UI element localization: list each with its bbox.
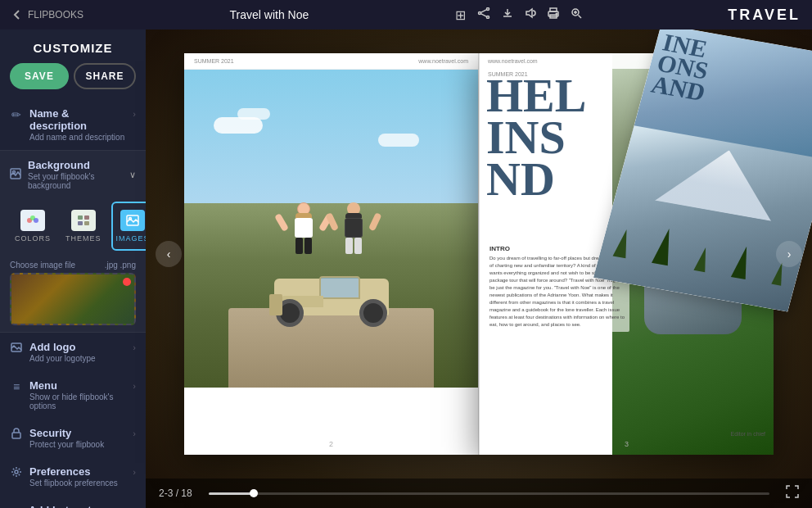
back-icon [11,9,23,20]
headline-line-3: ND [486,158,587,200]
name-item-desc: Add name and description [29,133,126,142]
book-spread: SUMMER 2021 www.noetravel.com [184,53,774,455]
sidebar-item-security[interactable]: Security Protect your flipbook › [0,419,146,457]
next-page-button[interactable]: › [776,241,802,267]
background-icon [10,168,21,182]
print-icon[interactable] [548,7,559,22]
logo-item-desc: Add your logotype [29,354,126,363]
content-area: ‹ SUMMER 2021 www.noetravel.com [146,29,812,508]
svg-rect-21 [84,221,89,225]
left-page-number: 2 [184,440,478,448]
zoom-icon[interactable] [571,7,582,22]
cloud-3 [378,134,419,147]
tab-colors[interactable]: COLORS [10,202,56,251]
header-title: Travel with Noe [230,8,309,21]
bottom-bar: 2-3 / 18 [146,479,812,508]
colors-tab-icon [20,210,45,231]
svg-line-4 [480,14,486,17]
flipbook-viewer: ‹ SUMMER 2021 www.noetravel.com [146,29,812,479]
gear-icon [10,466,23,480]
right-header-left: www.noetravel.com [488,58,538,64]
grid-icon[interactable]: ⊞ [455,7,466,23]
left-header-left: SUMMER 2021 [194,58,234,64]
fullscreen-button[interactable] [786,485,799,501]
svg-line-10 [578,16,581,19]
images-tab-icon [120,210,145,231]
bg-file-ext: .jpg .png [105,261,136,270]
svg-point-17 [34,218,38,223]
bg-item-desc: Set your flipbook's background [28,172,123,190]
person-1 [287,202,320,254]
download-icon[interactable] [502,7,513,22]
svg-rect-20 [78,221,83,225]
colors-tab-label: COLORS [15,234,51,243]
security-item-label: Security [29,427,126,439]
progress-dot [250,489,258,497]
person-2 [337,202,370,254]
brand-logo: TRAVEL [728,7,801,24]
prefs-item-label: Preferences [29,465,126,478]
svg-rect-18 [78,215,83,220]
svg-rect-19 [84,215,89,220]
sidebar-item-preferences[interactable]: Preferences Set flipbook preferences › [0,457,146,496]
sidebar-item-hotspots[interactable]: ⊕ Add hotspots Add videos, photos, links… [0,496,146,508]
back-label: FLIPBOOKS [28,9,83,20]
plus-circle-icon: ⊕ [10,505,22,508]
back-nav[interactable]: FLIPBOOKS [11,9,83,20]
chevron-down-icon: ∨ [129,170,136,180]
name-item-label: Name & description [29,107,126,132]
bg-thumbnail[interactable] [10,273,136,325]
svg-rect-25 [12,433,20,438]
menu-item-label: Menu [29,379,126,392]
left-header-right: www.noetravel.com [418,58,468,64]
left-page-header: SUMMER 2021 www.noetravel.com [184,53,478,70]
background-header[interactable]: Background Set your flipbook's backgroun… [0,151,146,198]
tab-images[interactable]: IMAGES [111,202,146,251]
page-photo-scene [184,70,478,388]
save-button[interactable]: SAVE [10,63,69,89]
themes-tab-label: THEMES [65,234,102,243]
app-header: FLIPBOOKS Travel with Noe ⊞ TRAVEL [0,0,812,29]
sky-bg [184,70,478,213]
sidebar-item-logo[interactable]: Add logo Add your logotype › [0,333,146,371]
menu-item-desc: Show or hide flipbook's options [29,392,126,410]
bg-file-label-text: Choose image file [10,261,75,270]
chevron-right-icon: › [133,109,136,119]
svg-line-3 [480,10,486,13]
sidebar-item-background: Background Set your flipbook's backgroun… [0,150,146,333]
pencil-icon: ✏ [10,108,23,121]
left-page: SUMMER 2021 www.noetravel.com [184,53,479,455]
hotspots-item-label: Add hotspots [29,504,136,508]
tab-themes[interactable]: THEMES [61,202,106,251]
svg-point-26 [15,470,18,474]
images-tab-label: IMAGES [116,234,146,243]
sidebar-action-buttons: SAVE SHARE [0,63,146,99]
svg-point-0 [486,8,489,11]
svg-point-8 [556,13,557,15]
progress-bar[interactable] [209,492,769,495]
prev-page-button[interactable]: ‹ [156,241,182,267]
svg-point-1 [486,16,489,19]
bg-item-label: Background [28,159,123,171]
share-icon[interactable] [477,7,490,22]
header-toolbar: ⊞ [455,7,582,23]
cloud-2 [237,108,270,120]
right-page-number: 3 [625,440,629,448]
sidebar: CUSTOMIZE SAVE SHARE ✏ Name & descriptio… [0,29,146,508]
chevron-right-icon-2: › [133,342,136,352]
volume-icon[interactable] [525,7,536,22]
chevron-right-icon-5: › [133,467,136,477]
themes-tab-icon [71,210,96,231]
sidebar-item-name[interactable]: ✏ Name & description Add name and descri… [0,99,146,150]
sidebar-title: CUSTOMIZE [0,29,146,63]
menu-icon: ≡ [10,380,23,393]
security-item-desc: Protect your flipbook [29,440,126,449]
prefs-item-desc: Set flipbook preferences [29,479,126,488]
editor-note: Editor in chief [731,431,765,437]
bg-delete-button[interactable] [123,278,131,286]
cloud-1 [214,117,263,134]
share-button[interactable]: SHARE [74,63,136,89]
sidebar-item-menu[interactable]: ≡ Menu Show or hide flipbook's options › [0,371,146,419]
bg-file-section: Choose image file .jpg .png [0,257,146,332]
progress-fill [209,492,254,495]
